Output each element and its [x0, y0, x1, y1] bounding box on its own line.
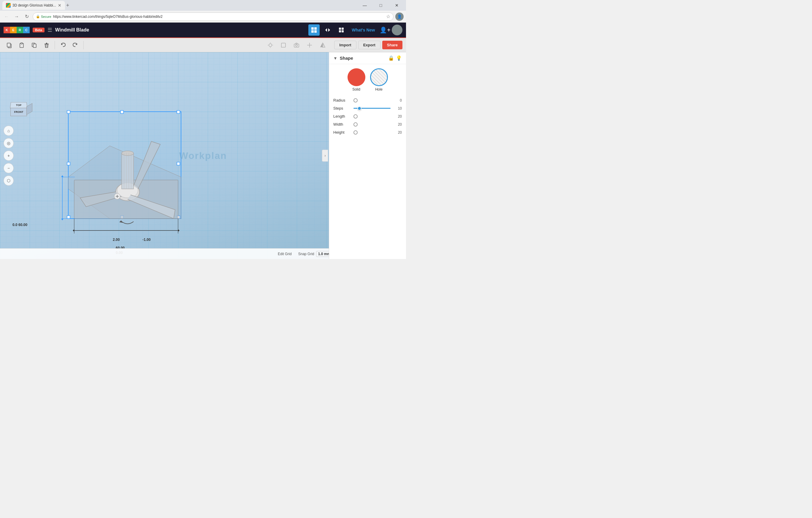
- svg-marker-64: [61, 219, 63, 220]
- cube-top-face[interactable]: TOP: [10, 102, 28, 108]
- width-slider-area: [353, 122, 390, 127]
- svg-rect-0: [311, 27, 314, 30]
- delete-button[interactable]: [41, 39, 52, 51]
- main-content: TOP FRONT ⌂ ◎ + − ⬡: [0, 52, 406, 259]
- length-value: 20: [393, 114, 402, 118]
- back-button[interactable]: ←: [2, 12, 11, 21]
- shape-properties: Radius 0 Steps 10 Length: [329, 96, 406, 137]
- project-title[interactable]: Windmill Blade: [55, 27, 89, 33]
- toolbar-right: [265, 39, 328, 51]
- zoom-out-button[interactable]: −: [4, 163, 13, 173]
- new-tab-button[interactable]: +: [66, 2, 69, 9]
- panel-expand-button[interactable]: ›: [322, 150, 328, 162]
- length-input[interactable]: [353, 114, 358, 118]
- active-tab[interactable]: 3D design Glorious Habbi... ✕: [2, 1, 65, 10]
- toolbar: Import Export Share: [0, 38, 406, 52]
- export-button[interactable]: Export: [358, 41, 380, 49]
- bookmark-button[interactable]: ☆: [386, 13, 390, 19]
- app-header: K E R C Beta ☰ Windmill Blade What's New…: [0, 23, 406, 38]
- window-controls: — □ ✕: [358, 1, 404, 10]
- hole-circle: [370, 68, 388, 86]
- hole-shape-button[interactable]: Hole: [370, 68, 388, 91]
- radius-label: Radius: [333, 98, 351, 103]
- beta-badge: Beta: [33, 28, 45, 32]
- dim-x-label: 2.00: [113, 238, 120, 242]
- svg-marker-63: [61, 175, 63, 177]
- svg-rect-47: [122, 153, 134, 189]
- svg-marker-59: [178, 229, 179, 232]
- hamburger-menu-button[interactable]: ☰: [48, 27, 52, 33]
- user-avatar[interactable]: [392, 25, 402, 35]
- add-person-button[interactable]: 👤+: [380, 26, 390, 33]
- svg-rect-16: [46, 43, 47, 44]
- action-buttons: Import Export Share: [334, 41, 402, 49]
- user-profile-button[interactable]: 👤: [395, 12, 404, 21]
- svg-point-20: [269, 44, 272, 47]
- width-row: Width 20: [333, 122, 402, 127]
- forward-button[interactable]: →: [12, 12, 21, 21]
- whats-new-button[interactable]: What's New: [349, 26, 377, 33]
- height-input[interactable]: [353, 130, 358, 135]
- svg-rect-42: [177, 162, 180, 165]
- duplicate-button[interactable]: [28, 39, 40, 51]
- solid-circle: [348, 68, 365, 86]
- svg-rect-9: [342, 30, 344, 32]
- logo-k: K: [4, 27, 10, 33]
- home-view-button[interactable]: ⌂: [4, 126, 13, 136]
- perspective-button[interactable]: ⬡: [4, 175, 13, 186]
- camera-button[interactable]: [291, 39, 302, 51]
- steps-slider[interactable]: [353, 108, 390, 109]
- import-button[interactable]: Import: [334, 41, 356, 49]
- zoom-in-button[interactable]: +: [4, 151, 13, 161]
- shape-panel: ▼ Shape 🔒 💡 Solid Hole: [329, 52, 406, 259]
- cube-front-face[interactable]: FRONT: [10, 108, 27, 116]
- close-button[interactable]: ✕: [390, 1, 404, 10]
- minimize-button[interactable]: —: [358, 1, 372, 10]
- width-value: 20: [393, 122, 402, 127]
- height-label: Height: [333, 130, 351, 135]
- undo-button[interactable]: [57, 39, 68, 51]
- edit-grid-button[interactable]: Edit Grid: [278, 252, 292, 256]
- grid-align-button[interactable]: [304, 39, 315, 51]
- toolbar-divider-2: [83, 41, 84, 49]
- logo-r: R: [17, 27, 23, 33]
- refresh-button[interactable]: ↻: [23, 12, 31, 21]
- viewport[interactable]: TOP FRONT ⌂ ◎ + − ⬡: [0, 52, 406, 259]
- notes-button[interactable]: [278, 39, 289, 51]
- solid-shape-button[interactable]: Solid: [348, 68, 365, 91]
- steps-slider-area[interactable]: [353, 108, 390, 109]
- radius-input[interactable]: [353, 98, 358, 103]
- focus-button[interactable]: ◎: [4, 138, 13, 148]
- radius-value: 0: [393, 98, 402, 103]
- width-input[interactable]: [353, 122, 358, 127]
- maximize-button[interactable]: □: [374, 1, 387, 10]
- view-cube-container[interactable]: TOP FRONT: [5, 101, 32, 128]
- light-button[interactable]: [265, 39, 276, 51]
- code-view-button[interactable]: [322, 24, 333, 36]
- tab-bar: 3D design Glorious Habbi... ✕ + — □ ✕: [0, 0, 406, 11]
- copy-button[interactable]: [4, 39, 15, 51]
- panel-lock-button[interactable]: 🔒: [388, 55, 394, 61]
- share-button[interactable]: Share: [382, 41, 402, 49]
- address-text: https://www.tinkercad.com/things/5qteO7M…: [53, 15, 163, 19]
- redo-button[interactable]: [70, 39, 81, 51]
- cube-right-face[interactable]: [26, 103, 32, 115]
- panel-icons: 🔒 💡: [388, 55, 402, 61]
- svg-rect-3: [314, 30, 317, 33]
- svg-marker-4: [325, 28, 327, 32]
- tab-title: 3D design Glorious Habbi...: [12, 3, 56, 7]
- svg-rect-1: [314, 27, 317, 30]
- panel-light-button[interactable]: 💡: [396, 55, 402, 61]
- svg-marker-30: [323, 43, 325, 47]
- logo-e: E: [10, 27, 17, 33]
- tab-close-button[interactable]: ✕: [58, 3, 61, 8]
- mirror-button[interactable]: [317, 39, 328, 51]
- address-bar[interactable]: 🔒 Secure https://www.tinkercad.com/thing…: [33, 12, 394, 21]
- svg-rect-13: [21, 43, 23, 44]
- svg-rect-6: [339, 28, 341, 30]
- grid-view-button[interactable]: [308, 24, 320, 36]
- block-view-button[interactable]: [336, 24, 347, 36]
- paste-button[interactable]: [16, 39, 27, 51]
- dim-z-label: 0.0 60.00: [12, 223, 27, 227]
- panel-collapse-button[interactable]: ▼: [333, 56, 338, 61]
